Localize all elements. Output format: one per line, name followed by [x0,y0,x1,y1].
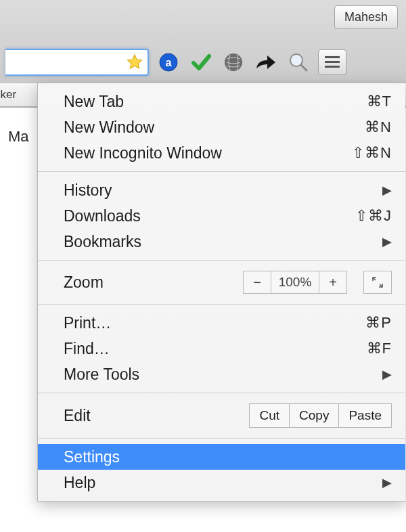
menu-item-shortcut: ⇧⌘N [352,144,392,162]
menu-item-help[interactable]: Help ▶ [38,470,405,495]
main-menu-dropdown: New Tab ⌘T New Window ⌘N New Incognito W… [37,83,405,502]
submenu-arrow-icon: ▶ [382,367,392,382]
menu-item-label: Find… [64,340,367,358]
menu-item-shortcut: ⇧⌘J [355,207,392,225]
menu-section-edit: Edit Cut Copy Paste [38,393,405,439]
share-arrow-icon[interactable] [253,49,279,75]
menu-item-zoom: Zoom − 100% + [38,266,405,298]
menu-section-tools: Print… ⌘P Find… ⌘F More Tools ▶ [38,305,405,393]
menu-item-label: History [64,181,382,200]
submenu-arrow-icon: ▶ [382,183,392,198]
menu-item-shortcut: ⌘T [367,93,392,110]
zoom-in-button[interactable]: + [319,271,347,294]
menu-item-settings[interactable]: Settings [38,444,405,470]
menu-item-label: New Incognito Window [64,144,352,162]
menu-item-bookmarks[interactable]: Bookmarks ▶ [38,229,405,254]
menu-item-more-tools[interactable]: More Tools ▶ [38,361,405,387]
menu-item-label: Bookmarks [64,233,382,251]
svg-line-4 [301,65,307,70]
paste-button[interactable]: Paste [339,403,392,428]
page-text-fragment: Ma [8,128,29,145]
address-bar[interactable] [5,49,149,76]
menu-item-label: More Tools [64,365,382,384]
menu-item-shortcut: ⌘P [365,314,392,332]
menu-item-label: Downloads [64,207,355,225]
zoom-value: 100% [271,271,319,294]
bookmark-star-icon[interactable] [126,53,143,71]
zoom-label: Zoom [64,273,243,292]
edit-label: Edit [64,407,249,425]
menu-item-find[interactable]: Find… ⌘F [38,336,405,361]
copy-button[interactable]: Copy [290,403,339,428]
cut-button[interactable]: Cut [249,403,290,428]
menu-section-zoom: Zoom − 100% + [38,261,405,305]
bookmark-item-fragment[interactable]: cker [0,88,23,102]
zoom-out-button[interactable]: − [243,271,271,294]
web-extension-icon[interactable] [221,49,246,75]
menu-item-label: Settings [64,448,392,466]
titlebar: Mahesh [0,0,406,42]
svg-rect-6 [325,61,340,63]
menu-item-label: New Window [64,118,365,137]
submenu-arrow-icon: ▶ [382,475,392,490]
zoom-controls: − 100% + [243,271,392,294]
menu-item-new-tab[interactable]: New Tab ⌘T [38,89,405,114]
extension-a-icon[interactable]: a [156,49,181,75]
menu-item-edit: Edit Cut Copy Paste [38,399,405,433]
menu-item-label: Print… [64,314,365,332]
menu-section-settings: Settings Help ▶ [38,439,405,501]
fullscreen-button[interactable] [363,271,392,294]
menu-item-shortcut: ⌘N [365,118,392,136]
menu-item-new-window[interactable]: New Window ⌘N [38,114,405,140]
checkmark-extension-icon[interactable] [188,49,214,75]
menu-item-shortcut: ⌘F [367,340,392,357]
svg-rect-5 [325,56,340,58]
search-magnifier-icon[interactable] [286,49,311,75]
menu-item-history[interactable]: History ▶ [38,177,405,203]
menu-item-label: New Tab [64,93,367,111]
menu-item-print[interactable]: Print… ⌘P [38,310,405,336]
toolbar: a [0,42,406,83]
menu-item-label: Help [64,474,382,492]
menu-section-windows: New Tab ⌘T New Window ⌘N New Incognito W… [38,83,405,172]
menu-item-downloads[interactable]: Downloads ⇧⌘J [38,203,405,229]
svg-text:a: a [166,57,172,68]
menu-item-new-incognito-window[interactable]: New Incognito Window ⇧⌘N [38,140,405,166]
user-profile-button[interactable]: Mahesh [334,5,398,29]
menu-section-navigate: History ▶ Downloads ⇧⌘J Bookmarks ▶ [38,172,405,261]
main-menu-hamburger-button[interactable] [318,49,346,75]
submenu-arrow-icon: ▶ [382,234,392,249]
edit-buttons: Cut Copy Paste [249,403,392,428]
svg-rect-7 [325,66,340,68]
